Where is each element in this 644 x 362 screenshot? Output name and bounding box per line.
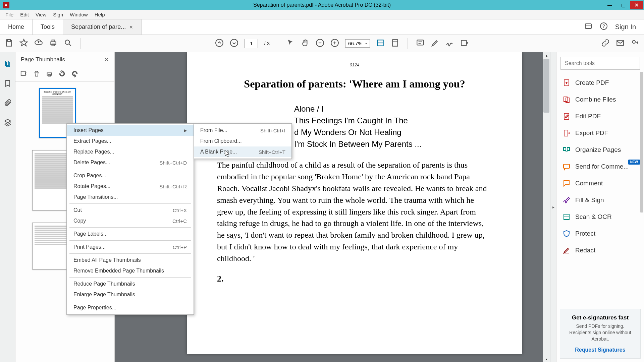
- ctx-rotate-pages[interactable]: Rotate Pages...Shift+Ctrl+R: [67, 181, 194, 192]
- thumbnails-rail-icon[interactable]: [3, 59, 13, 69]
- ctx-remove-embedded[interactable]: Remove Embedded Page Thumbnails: [67, 265, 194, 276]
- menu-file[interactable]: File: [2, 10, 17, 19]
- ctx-replace-pages[interactable]: Replace Pages...: [67, 146, 194, 157]
- tool-combine[interactable]: Combine Files: [556, 91, 644, 108]
- document-scrollbar[interactable]: ▴ ▾: [543, 52, 550, 362]
- signin-link[interactable]: Sign In: [615, 23, 636, 31]
- scroll-down-icon[interactable]: ▾: [543, 356, 550, 362]
- thumbnails-close-icon[interactable]: ✕: [104, 56, 109, 63]
- submenu-from-file[interactable]: From File...Shift+Ctrl+I: [194, 125, 291, 136]
- star-icon[interactable]: [19, 39, 28, 49]
- thumbnail-page-2[interactable]: [32, 150, 69, 210]
- selection-tool-icon[interactable]: [286, 39, 295, 49]
- search-icon[interactable]: [64, 39, 72, 49]
- thumb-rotate-cw-icon[interactable]: [71, 70, 78, 79]
- menu-help[interactable]: Help: [91, 10, 108, 19]
- ctx-reduce[interactable]: Reduce Page Thumbnails: [67, 279, 194, 289]
- highlight-icon[interactable]: [431, 39, 439, 49]
- hand-tool-icon[interactable]: [301, 39, 310, 49]
- menu-window[interactable]: Window: [66, 10, 91, 19]
- tools-scroll-thumb[interactable]: [640, 72, 643, 213]
- tool-label: Comment: [575, 180, 603, 187]
- ctx-shortcut: Shift+Ctrl+D: [159, 160, 187, 166]
- zoom-in-icon[interactable]: [330, 39, 339, 49]
- tab-document[interactable]: Separation of pare... ✕: [63, 19, 142, 35]
- context-menu: Insert Pages▶ Extract Pages... Replace P…: [66, 123, 194, 315]
- tool-comment[interactable]: Comment: [556, 175, 644, 192]
- fit-page-icon[interactable]: [391, 39, 399, 49]
- ctx-item-label: A Blank Page...: [200, 149, 237, 155]
- ctx-crop-pages[interactable]: Crop Pages...: [67, 170, 194, 181]
- share-icon[interactable]: [631, 39, 639, 49]
- request-signatures-link[interactable]: Request Signatures: [565, 347, 636, 353]
- upload-icon[interactable]: [34, 39, 43, 49]
- tool-protect[interactable]: Protect: [556, 225, 644, 242]
- tool-scan-ocr[interactable]: Scan & OCR: [556, 208, 644, 225]
- scroll-thumb[interactable]: [543, 59, 549, 113]
- maximize-button[interactable]: ▢: [616, 1, 630, 9]
- help-icon[interactable]: ?: [600, 22, 608, 32]
- zoom-dropdown[interactable]: 66.7%: [345, 39, 370, 48]
- print-icon[interactable]: [49, 39, 58, 49]
- email-icon[interactable]: [616, 39, 625, 49]
- thumb-delete-icon[interactable]: [33, 70, 40, 79]
- ctx-embed-all[interactable]: Embed All Page Thumbnails: [67, 255, 194, 265]
- ctx-insert-pages[interactable]: Insert Pages▶: [67, 125, 194, 136]
- ctx-cut[interactable]: CutCtrl+X: [67, 205, 194, 216]
- ctx-item-label: From Clipboard...: [200, 138, 242, 144]
- ctx-extract-pages[interactable]: Extract Pages...: [67, 136, 194, 146]
- ctx-copy[interactable]: CopyCtrl+C: [67, 216, 194, 226]
- menu-edit[interactable]: Edit: [17, 10, 32, 19]
- ctx-enlarge[interactable]: Enlarge Page Thumbnails: [67, 289, 194, 300]
- svg-point-17: [632, 40, 635, 43]
- svg-text:?: ?: [602, 23, 605, 29]
- ctx-delete-pages[interactable]: Delete Pages...Shift+Ctrl+D: [67, 157, 194, 168]
- bookmarks-rail-icon[interactable]: [3, 78, 13, 88]
- tool-organize[interactable]: Organize Pages: [556, 141, 644, 158]
- tools-scrollbar[interactable]: [639, 72, 644, 253]
- tab-close-icon[interactable]: ✕: [129, 24, 133, 30]
- thumb-options-icon[interactable]: [20, 70, 28, 79]
- close-button[interactable]: ✕: [630, 1, 643, 9]
- ctx-item-label: From File...: [200, 127, 227, 133]
- page-number-input[interactable]: [245, 39, 258, 48]
- more-tools-icon[interactable]: [460, 39, 469, 49]
- layers-rail-icon[interactable]: [3, 117, 13, 127]
- minimize-button[interactable]: —: [603, 1, 616, 9]
- ctx-properties[interactable]: Page Properties...: [67, 302, 194, 313]
- zoom-out-icon[interactable]: [316, 39, 324, 49]
- tab-tools[interactable]: Tools: [33, 19, 63, 35]
- ctx-page-transitions[interactable]: Page Transitions...: [67, 192, 194, 202]
- thumbnail-page-3[interactable]: [32, 223, 69, 269]
- save-icon[interactable]: [5, 39, 13, 49]
- tool-edit-pdf[interactable]: Edit PDF: [556, 108, 644, 125]
- search-tools-input[interactable]: [560, 57, 640, 70]
- notifications-icon[interactable]: [584, 22, 592, 32]
- rightpanel-toggle[interactable]: ▸: [550, 52, 556, 362]
- page-down-icon[interactable]: [230, 39, 238, 49]
- thumb-rotate-ccw-icon[interactable]: [58, 70, 66, 79]
- tool-fill-sign[interactable]: Fill & Sign: [556, 192, 644, 208]
- ctx-print-pages[interactable]: Print Pages...Ctrl+P: [67, 242, 194, 252]
- sign-icon[interactable]: [445, 39, 454, 49]
- tool-send-comment[interactable]: Send for Comme...NEW: [556, 158, 644, 175]
- page-up-icon[interactable]: [215, 39, 224, 49]
- menu-view[interactable]: View: [32, 10, 50, 19]
- attachments-rail-icon[interactable]: [3, 98, 13, 108]
- tool-export-pdf[interactable]: Export PDF: [556, 125, 644, 141]
- thumb-print-icon[interactable]: [46, 70, 53, 79]
- tab-home[interactable]: Home: [0, 19, 33, 35]
- submenu-blank-page[interactable]: A Blank Page...Shift+Ctrl+T: [194, 146, 291, 157]
- link-icon[interactable]: [601, 39, 610, 49]
- menu-sign[interactable]: Sign: [50, 10, 66, 19]
- ctx-page-labels[interactable]: Page Labels...: [67, 229, 194, 239]
- comment-note-icon[interactable]: [416, 39, 425, 49]
- scroll-up-icon[interactable]: ▴: [543, 52, 550, 58]
- fit-width-icon[interactable]: [376, 39, 385, 49]
- tool-create-pdf[interactable]: Create PDF: [556, 74, 644, 91]
- ctx-shortcut: Ctrl+X: [173, 207, 187, 213]
- svg-rect-13: [392, 40, 397, 46]
- submenu-from-clipboard[interactable]: From Clipboard...: [194, 136, 291, 146]
- menubar: File Edit View Sign Window Help: [0, 10, 644, 19]
- tool-redact[interactable]: Redact: [556, 242, 644, 259]
